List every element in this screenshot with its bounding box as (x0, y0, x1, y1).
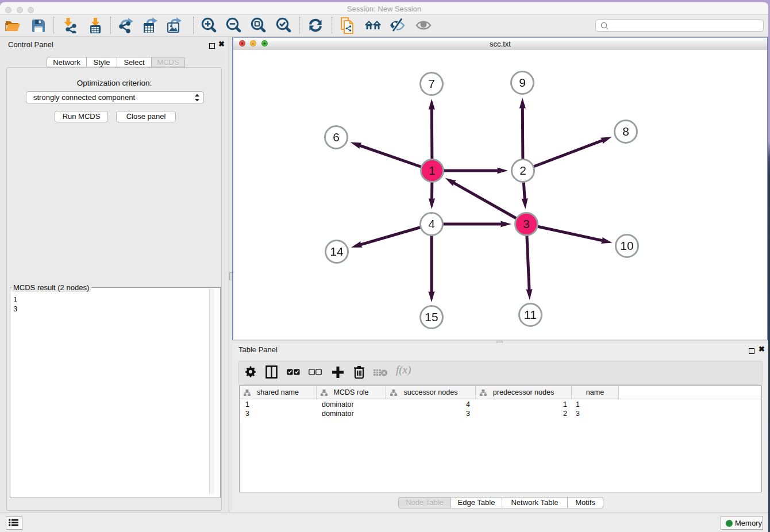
svg-text:2: 2 (519, 164, 526, 177)
svg-text:6: 6 (333, 130, 340, 144)
svg-text:15: 15 (425, 310, 438, 323)
svg-text:1: 1 (429, 164, 436, 177)
svg-text:11: 11 (524, 308, 537, 321)
svg-text:3: 3 (523, 217, 530, 230)
svg-text:9: 9 (519, 76, 526, 89)
svg-text:14: 14 (330, 245, 344, 258)
svg-text:8: 8 (622, 125, 629, 138)
svg-text:4: 4 (428, 217, 435, 230)
svg-text:7: 7 (428, 77, 435, 90)
svg-text:10: 10 (620, 239, 633, 252)
